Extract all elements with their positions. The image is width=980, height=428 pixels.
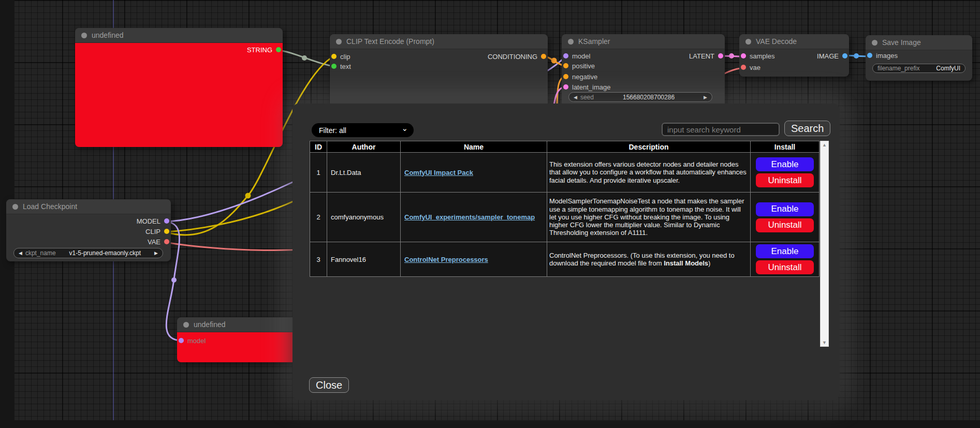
link-dot [551,58,557,64]
node-header[interactable]: KSampler [562,34,725,49]
node-ksampler[interactable]: KSampler model positive negative latent_… [562,34,725,114]
comfyui-canvas[interactable]: undefined STRING CLIP Text Encode (Promp… [0,0,980,428]
cell-id: 2 [310,193,327,242]
node-undefined-bottom[interactable]: undefined model [177,317,301,362]
increment-arrow-icon[interactable]: ▶ [704,95,707,100]
images-input-slot[interactable]: images [867,51,898,60]
cell-name: ControlNet Preprocessors [401,242,547,277]
node-collapse-dot[interactable] [183,322,189,328]
clip-output-dot[interactable] [164,229,169,234]
enable-button[interactable]: Enable [756,157,814,171]
uninstall-button[interactable]: Uninstall [756,173,814,187]
node-collapse-dot[interactable] [336,39,342,45]
table-row: 3Fannovel16ControlNet PreprocessorsContr… [310,242,820,277]
node-clip-text-encode[interactable]: CLIP Text Encode (Prompt) clip text COND… [330,34,548,114]
images-input-dot[interactable] [867,53,872,58]
uninstall-button[interactable]: Uninstall [756,260,814,274]
node-collapse-dot[interactable] [81,33,87,38]
node-vae-decode[interactable]: VAE Decode samples vae IMAGE [739,34,849,77]
text-input-dot[interactable] [331,64,337,69]
node-collapse-dot[interactable] [872,40,877,46]
table-row: 1Dr.Lt.DataComfyUI Impact PackThis exten… [310,153,820,193]
node-header[interactable]: undefined [177,317,301,332]
model-input-slot[interactable]: model [563,52,590,60]
vae-input-slot[interactable]: vae [741,63,760,71]
extension-link[interactable]: ComfyUI Impact Pack [404,169,473,176]
cell-description: ControlNet Preprocessors. (To use this e… [547,242,751,277]
node-save-image[interactable]: Save Image images filename_prefix ComfyU… [866,35,972,81]
search-button[interactable]: Search [784,121,830,136]
image-output-slot[interactable]: IMAGE [817,52,847,60]
clip-input-slot[interactable]: clip [331,52,350,61]
extension-link[interactable]: ComfyUI_experiments/sampler_tonemap [404,213,535,221]
node-load-checkpoint[interactable]: Load Checkpoint MODEL CLIP VAE ◀ ckpt_na… [6,199,171,261]
increment-arrow-icon[interactable]: ▶ [154,250,158,256]
enable-button[interactable]: Enable [756,244,814,258]
link-dot [245,193,251,199]
extension-table-head-row: IDAuthorNameDescriptionInstall [310,141,820,153]
conditioning-output-dot[interactable] [541,54,546,59]
node-title: CLIP Text Encode (Prompt) [346,37,434,46]
uninstall-button[interactable]: Uninstall [756,218,814,232]
ckpt-name-widget[interactable]: ◀ ckpt_name v1-5-pruned-emaonly.ckpt ▶ [13,248,163,258]
samples-input-dot[interactable] [741,53,746,58]
model-output-slot[interactable]: MODEL [137,217,169,225]
image-output-dot[interactable] [842,53,847,58]
model-input-slot[interactable]: model [179,336,206,345]
enable-button[interactable]: Enable [756,202,814,216]
model-output-dot[interactable] [164,218,169,224]
node-header[interactable]: Save Image [866,35,972,50]
decrement-arrow-icon[interactable]: ◀ [19,250,22,256]
filter-dropdown[interactable]: Filter: all [312,123,414,137]
node-title: Load Checkpoint [23,202,77,211]
close-button[interactable]: Close [309,377,349,393]
node-header[interactable]: CLIP Text Encode (Prompt) [330,34,548,49]
node-header[interactable]: Load Checkpoint [6,199,171,214]
table-scrollbar[interactable]: ▲ ▼ [820,141,829,347]
node-collapse-dot[interactable] [568,39,574,45]
string-output-dot[interactable] [276,47,281,52]
column-header-author: Author [327,141,401,153]
node-header[interactable]: undefined [75,28,283,43]
model-input-dot[interactable] [563,53,568,58]
scroll-down-icon[interactable]: ▼ [821,339,828,346]
positive-input-slot[interactable]: positive [563,62,595,70]
latent-output-dot[interactable] [718,53,723,58]
latent-image-input-dot[interactable] [563,84,568,90]
link-dot [854,53,859,58]
node-collapse-dot[interactable] [12,204,18,210]
cell-id: 1 [310,153,327,193]
vae-input-dot[interactable] [741,65,746,70]
cell-install: EnableUninstall [751,242,820,277]
link-dot [729,53,734,58]
samples-input-slot[interactable]: samples [741,52,774,60]
scroll-up-icon[interactable]: ▲ [821,141,828,149]
negative-input-dot[interactable] [563,74,568,79]
clip-input-dot[interactable] [331,54,337,59]
cell-author: Dr.Lt.Data [327,153,401,193]
model-input-dot[interactable] [179,338,184,343]
positive-input-dot[interactable] [563,63,568,68]
node-title: KSampler [578,37,610,46]
search-input[interactable] [662,123,780,136]
clip-output-slot[interactable]: CLIP [145,227,169,235]
extension-table: IDAuthorNameDescriptionInstall 1Dr.Lt.Da… [310,141,820,277]
latent-output-slot[interactable]: LATENT [689,52,723,60]
negative-input-slot[interactable]: negative [563,72,597,81]
cell-description: This extension offers various detector n… [547,153,751,193]
cell-name: ComfyUI_experiments/sampler_tonemap [401,193,547,242]
latent-image-input-slot[interactable]: latent_image [563,83,610,91]
vae-output-slot[interactable]: VAE [148,238,169,246]
seed-widget[interactable]: ◀ seed 156680208700286 ▶ [568,92,712,102]
node-title: undefined [194,320,226,329]
node-header[interactable]: VAE Decode [739,34,849,49]
vae-output-dot[interactable] [164,239,169,244]
node-undefined-top[interactable]: undefined STRING [75,28,283,147]
string-output-slot[interactable]: STRING [247,46,281,54]
filename-prefix-widget[interactable]: filename_prefix ComfyUI [872,64,966,73]
text-input-slot[interactable]: text [331,62,351,70]
node-collapse-dot[interactable] [745,39,751,45]
conditioning-output-slot[interactable]: CONDITIONING [488,52,546,61]
extension-link[interactable]: ControlNet Preprocessors [404,256,488,263]
decrement-arrow-icon[interactable]: ◀ [574,95,577,100]
